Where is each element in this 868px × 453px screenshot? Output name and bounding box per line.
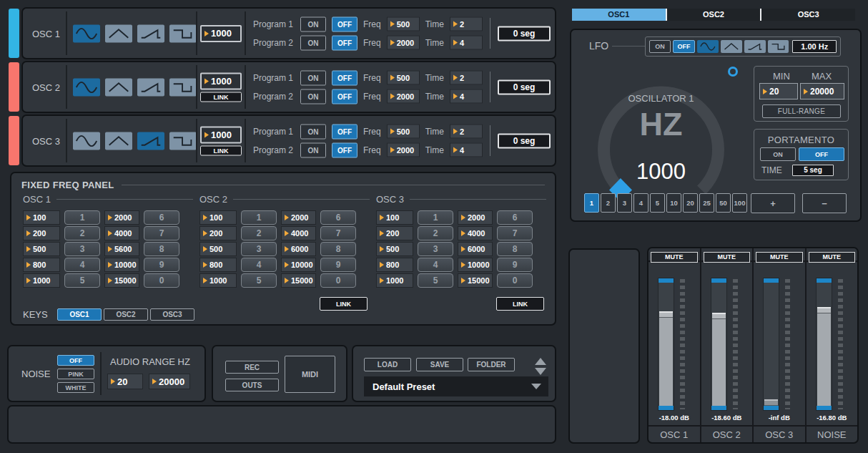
program1-on-button[interactable]: ON bbox=[300, 70, 326, 85]
preset-dropdown[interactable]: Default Preset bbox=[364, 376, 548, 396]
lfo-on-button[interactable]: ON bbox=[649, 40, 671, 53]
tab-osc3[interactable]: OSC3 bbox=[760, 9, 855, 21]
key-button[interactable]: 6 bbox=[320, 210, 356, 225]
program1-off-button[interactable]: OFF bbox=[332, 16, 357, 31]
sine-wave-icon[interactable] bbox=[73, 132, 100, 150]
fader-handle[interactable] bbox=[659, 311, 673, 318]
triangle-wave-icon[interactable] bbox=[105, 78, 132, 96]
key-button[interactable]: 1 bbox=[64, 210, 100, 225]
program1-freq-value[interactable]: 500 bbox=[387, 125, 420, 139]
key-button[interactable]: 6 bbox=[497, 210, 533, 225]
audio-range-min[interactable]: 20 bbox=[107, 374, 143, 389]
freq-value[interactable]: 800 bbox=[376, 258, 413, 272]
program1-freq-value[interactable]: 500 bbox=[387, 71, 420, 85]
freq-value[interactable]: 1000 bbox=[23, 273, 60, 288]
fader-handle[interactable] bbox=[817, 307, 831, 313]
osc2-freq-value[interactable]: 1000 bbox=[200, 72, 242, 89]
program1-off-button[interactable]: OFF bbox=[332, 124, 357, 139]
midi-button[interactable]: MIDI bbox=[285, 356, 335, 393]
osc2-link-button[interactable]: LINK bbox=[200, 92, 242, 102]
key-button[interactable]: 2 bbox=[241, 226, 277, 240]
square-wave-icon[interactable] bbox=[169, 24, 197, 42]
fader-handle[interactable] bbox=[712, 313, 726, 319]
triangle-wave-icon[interactable] bbox=[105, 132, 132, 150]
osc3-link-button[interactable]: LINK bbox=[200, 145, 242, 155]
tab-osc1[interactable]: OSC1 bbox=[572, 9, 666, 21]
step-button[interactable]: 3 bbox=[617, 193, 632, 213]
outs-button[interactable]: OUTS bbox=[225, 379, 279, 391]
step-button[interactable]: 2 bbox=[601, 193, 616, 213]
key-button[interactable]: 6 bbox=[144, 210, 179, 225]
program2-on-button[interactable]: ON bbox=[300, 35, 326, 50]
increment-button[interactable]: + bbox=[751, 193, 795, 213]
freq-value[interactable]: 500 bbox=[376, 242, 413, 256]
key-button[interactable]: 8 bbox=[144, 242, 179, 256]
key-button[interactable]: 5 bbox=[418, 273, 453, 288]
program2-off-button[interactable]: OFF bbox=[332, 142, 357, 157]
square-wave-icon[interactable] bbox=[169, 132, 197, 150]
key-button[interactable]: 4 bbox=[64, 258, 100, 272]
volume-fader[interactable] bbox=[816, 278, 832, 411]
key-button[interactable]: 7 bbox=[144, 226, 179, 240]
mute-button[interactable]: MUTE bbox=[651, 252, 698, 263]
volume-fader[interactable] bbox=[711, 278, 727, 411]
osc3-freq-value[interactable]: 1000 bbox=[200, 126, 242, 143]
range-min-value[interactable]: 20 bbox=[759, 83, 798, 99]
rec-button[interactable]: REC bbox=[225, 361, 279, 374]
save-button[interactable]: SAVE bbox=[416, 358, 463, 371]
volume-fader[interactable] bbox=[658, 278, 674, 411]
program2-time-value[interactable]: 4 bbox=[450, 89, 483, 104]
ramp-wave-icon[interactable] bbox=[137, 132, 164, 150]
freq-value[interactable]: 4000 bbox=[458, 226, 493, 240]
keys-osc3-button[interactable]: OSC3 bbox=[150, 308, 194, 321]
freq-value[interactable]: 15000 bbox=[458, 273, 493, 288]
sine-wave-icon[interactable] bbox=[73, 24, 100, 42]
freq-value[interactable]: 2000 bbox=[281, 210, 316, 225]
step-button[interactable]: 100 bbox=[732, 193, 747, 213]
freq-value[interactable]: 10000 bbox=[104, 258, 139, 272]
freq-value[interactable]: 1000 bbox=[199, 273, 237, 288]
key-button[interactable]: 9 bbox=[320, 258, 356, 272]
key-button[interactable]: 1 bbox=[241, 210, 277, 225]
sine-wave-icon[interactable] bbox=[73, 78, 100, 96]
program2-on-button[interactable]: ON bbox=[300, 89, 326, 104]
program2-off-button[interactable]: OFF bbox=[332, 35, 357, 50]
folder-button[interactable]: FOLDER bbox=[468, 358, 515, 371]
tab-osc2[interactable]: OSC2 bbox=[666, 9, 761, 21]
ramp-wave-icon[interactable] bbox=[744, 40, 766, 53]
freq-value[interactable]: 500 bbox=[23, 242, 60, 256]
key-button[interactable]: 3 bbox=[418, 242, 453, 256]
freq-value[interactable]: 4000 bbox=[281, 226, 316, 240]
spinner-up-icon[interactable] bbox=[535, 358, 546, 365]
key-button[interactable]: 9 bbox=[144, 258, 179, 272]
program2-time-value[interactable]: 4 bbox=[450, 143, 483, 157]
full-range-button[interactable]: FULL-RANGE bbox=[762, 104, 841, 118]
key-button[interactable]: 0 bbox=[497, 273, 533, 288]
key-button[interactable]: 0 bbox=[320, 273, 356, 288]
program1-time-value[interactable]: 2 bbox=[450, 125, 483, 139]
freq-value[interactable]: 200 bbox=[376, 226, 413, 240]
osc2-group-link-button[interactable]: LINK bbox=[320, 297, 368, 311]
keys-osc1-button[interactable]: OSC1 bbox=[57, 308, 102, 321]
fader-handle[interactable] bbox=[764, 399, 778, 406]
program2-on-button[interactable]: ON bbox=[300, 142, 326, 157]
key-button[interactable]: 1 bbox=[418, 210, 453, 225]
decrement-button[interactable]: − bbox=[802, 193, 847, 213]
key-button[interactable]: 8 bbox=[320, 242, 356, 256]
mod-ring-icon[interactable] bbox=[728, 67, 738, 77]
step-button[interactable]: 20 bbox=[683, 193, 698, 213]
key-button[interactable]: 5 bbox=[241, 273, 277, 288]
noise-pink-button[interactable]: PINK bbox=[57, 369, 94, 379]
freq-value[interactable]: 1000 bbox=[376, 273, 413, 288]
mute-button[interactable]: MUTE bbox=[704, 252, 751, 263]
ramp-wave-icon[interactable] bbox=[137, 78, 164, 96]
program1-on-button[interactable]: ON bbox=[300, 124, 326, 139]
portamento-off-button[interactable]: OFF bbox=[799, 147, 844, 161]
freq-value[interactable]: 15000 bbox=[104, 273, 139, 288]
key-button[interactable]: 5 bbox=[64, 273, 100, 288]
freq-value[interactable]: 6000 bbox=[281, 242, 316, 256]
key-button[interactable]: 4 bbox=[418, 258, 453, 272]
volume-fader[interactable] bbox=[763, 278, 779, 411]
square-wave-icon[interactable] bbox=[768, 40, 789, 53]
portamento-on-button[interactable]: ON bbox=[760, 147, 796, 161]
